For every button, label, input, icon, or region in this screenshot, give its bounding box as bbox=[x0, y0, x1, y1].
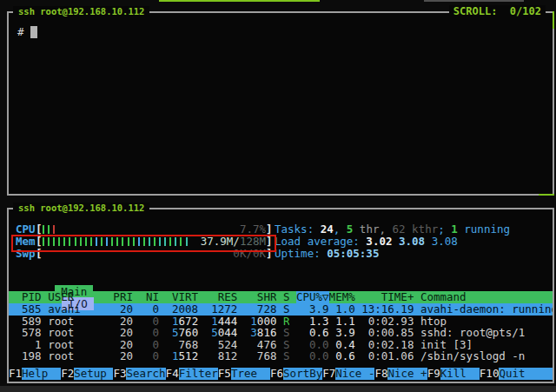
bracket-close: ] bbox=[266, 223, 273, 236]
column-header-command[interactable]: Command bbox=[420, 291, 553, 303]
process-cell: 1672 bbox=[166, 316, 199, 328]
size-rest: 044 bbox=[218, 327, 238, 339]
text-segment: ; bbox=[438, 223, 451, 236]
size-prefix: 1 bbox=[172, 350, 179, 362]
pane-title: ssh root@192.168.10.112 bbox=[13, 6, 149, 17]
column-header-ni[interactable]: NI bbox=[139, 291, 159, 303]
text-segment: 3.08 bbox=[399, 235, 432, 248]
bottom-strip bbox=[0, 386, 556, 392]
function-key-bar: F1HelpF2SetupF3SearchF4FilterF5TreeF6Sor… bbox=[9, 368, 553, 380]
process-row[interactable]: 589root200167214441000R1.31.10:02.93htop bbox=[9, 316, 553, 328]
fkey-f10[interactable]: F10 bbox=[480, 368, 500, 380]
process-cell: avahi bbox=[48, 303, 107, 316]
process-cell: 585 bbox=[16, 303, 42, 316]
column-header-cpu[interactable]: CPU%▽ bbox=[296, 291, 329, 303]
fkey-f2[interactable]: F2 bbox=[61, 368, 74, 380]
htop-info-column: Tasks: 24, 5 thr, 62 kthr; 1 running Loa… bbox=[273, 223, 510, 260]
fkey-button-quit[interactable]: Quit bbox=[499, 368, 553, 380]
fkey-f4[interactable]: F4 bbox=[166, 368, 179, 380]
process-cell: 0 bbox=[139, 303, 159, 316]
process-cell: 0.6 bbox=[329, 350, 355, 362]
process-cell: S bbox=[283, 339, 290, 351]
process-cell: 198 bbox=[16, 350, 42, 362]
column-header-time[interactable]: TIME+ bbox=[361, 291, 414, 303]
process-cell: /sbin/syslogd -n bbox=[420, 350, 553, 362]
process-row[interactable]: 578root200576050443816S0.63.90:00.85sshd… bbox=[9, 327, 553, 339]
load-average-line: Load average: 3.02 3.08 3.08 bbox=[275, 236, 510, 248]
process-cell: 3816 bbox=[244, 327, 277, 339]
process-cell: htop bbox=[420, 316, 553, 328]
size-rest: 760 bbox=[179, 327, 199, 339]
process-table-header[interactable]: PIDUSERPRINIVIRTRESSHRSCPU%▽MEM%TIME+Com… bbox=[9, 291, 553, 303]
process-cell: 1.3 bbox=[296, 316, 329, 328]
shell-prompt[interactable]: # bbox=[17, 25, 37, 39]
cpu-meter: CPU[7.7%] bbox=[16, 223, 273, 236]
process-cell: 0 bbox=[139, 339, 159, 351]
htop-tabs: Main I/O bbox=[9, 274, 553, 286]
fkey-button-sortby[interactable]: SortBy bbox=[283, 368, 322, 380]
fkey-f8[interactable]: F8 bbox=[374, 368, 387, 380]
process-cell: 0 bbox=[139, 350, 159, 362]
fkey-f1[interactable]: F1 bbox=[9, 368, 22, 380]
process-row[interactable]: 198root2001512812768S0.00.60:01.06/sbin/… bbox=[9, 350, 553, 362]
process-cell: 20 bbox=[107, 327, 133, 339]
column-header-s[interactable]: S bbox=[283, 291, 290, 303]
fkey-button-help[interactable]: Help bbox=[22, 368, 61, 380]
text-segment: thr bbox=[353, 223, 379, 236]
process-cell: 0.6 bbox=[296, 327, 329, 339]
process-row[interactable]: 1root200768524476S0.00.40:02.18init [3] bbox=[9, 339, 553, 351]
bracket-open: [ bbox=[36, 223, 43, 236]
process-cell: root bbox=[48, 339, 107, 351]
process-cell: root bbox=[48, 316, 107, 328]
process-cell: 768 bbox=[166, 339, 199, 351]
text-segment: 3.08 bbox=[432, 235, 458, 248]
top-progress-line-remainder bbox=[424, 0, 524, 2]
process-cell: 1512 bbox=[166, 350, 199, 362]
process-cell: 20 bbox=[107, 303, 133, 316]
active-pane-accent bbox=[553, 11, 554, 29]
prompt-text: # bbox=[17, 25, 30, 38]
process-cell: 1444 bbox=[205, 316, 238, 328]
process-cell: 0:02.18 bbox=[361, 339, 414, 351]
column-header-shr[interactable]: SHR bbox=[244, 291, 277, 303]
process-cell: 578 bbox=[16, 327, 42, 339]
fkey-button-tree[interactable]: Tree bbox=[231, 368, 270, 380]
process-cell: init [3] bbox=[420, 339, 553, 351]
size-rest: 816 bbox=[257, 327, 277, 339]
fkey-button-nice-[interactable]: Nice - bbox=[335, 368, 374, 380]
terminal-cursor[interactable] bbox=[30, 26, 37, 38]
process-cell: 0 bbox=[139, 316, 159, 328]
size-prefix: 5 bbox=[211, 327, 218, 339]
cpu-meter-value: 7.7% bbox=[240, 223, 266, 236]
fkey-f6[interactable]: F6 bbox=[270, 368, 283, 380]
process-cell: 0:01.06 bbox=[361, 350, 414, 362]
column-header-virt[interactable]: VIRT bbox=[166, 291, 199, 303]
text-segment: 1 bbox=[451, 223, 458, 236]
process-row[interactable]: 585avahi20020081272728S3.91.013:16.19ava… bbox=[9, 303, 553, 316]
process-cell: root bbox=[48, 350, 107, 362]
fkey-button-setup[interactable]: Setup bbox=[74, 368, 113, 380]
column-header-pri[interactable]: PRI bbox=[107, 291, 133, 303]
fkey-button-nice+[interactable]: Nice + bbox=[387, 368, 427, 380]
column-header-user[interactable]: USER bbox=[48, 291, 107, 303]
fkey-f9[interactable]: F9 bbox=[427, 368, 440, 380]
fkey-button-kill[interactable]: Kill bbox=[440, 368, 480, 380]
fkey-f7[interactable]: F7 bbox=[322, 368, 335, 380]
text-segment: 05:05:35 bbox=[327, 247, 379, 260]
process-cell: S bbox=[283, 327, 290, 339]
text-segment: Load average: bbox=[275, 235, 366, 248]
top-progress-line bbox=[159, 0, 320, 2]
fkey-button-filter[interactable]: Filter bbox=[179, 368, 218, 380]
column-header-res[interactable]: RES bbox=[205, 291, 238, 303]
size-rest: 672 bbox=[179, 316, 199, 328]
process-cell: 0 bbox=[139, 327, 159, 339]
column-header-mem[interactable]: MEM% bbox=[329, 291, 355, 303]
column-header-pid[interactable]: PID bbox=[16, 291, 42, 303]
fkey-button-search[interactable]: Search bbox=[126, 368, 165, 380]
uptime-line: Uptime: 05:05:35 bbox=[275, 248, 510, 260]
size-prefix: 1 bbox=[172, 316, 179, 328]
fkey-f3[interactable]: F3 bbox=[113, 368, 126, 380]
fkey-f5[interactable]: F5 bbox=[218, 368, 231, 380]
cpu-meter-label: CPU bbox=[16, 223, 36, 236]
text-segment: 24 bbox=[321, 223, 334, 236]
